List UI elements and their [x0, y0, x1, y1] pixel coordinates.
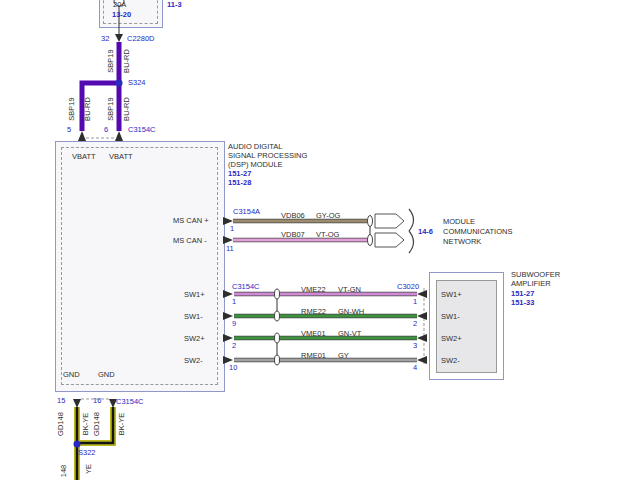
circuit-label: RME01 — [301, 351, 326, 360]
fuse-rating: 20A — [113, 0, 126, 9]
amp-title-line: SUBWOOFER — [511, 270, 560, 279]
connector-c3154a: C3154A — [233, 207, 260, 216]
module-title-line: AUDIO DIGITAL — [228, 142, 282, 151]
pin-arrow-mscan-minus — [223, 236, 233, 244]
splice-s322-dot — [74, 441, 81, 448]
pin-arrow-amp-1 — [417, 290, 427, 298]
pin-arrow-amp-4 — [417, 356, 427, 364]
amp-title-line: AMPLIFIER — [511, 279, 551, 288]
module-title-line: SIGNAL PROCESSING — [228, 151, 307, 160]
pin-arrow-gnd-15 — [73, 399, 81, 408]
connector-c3154c-gnd: C3154C — [116, 397, 144, 406]
network-brace — [409, 209, 414, 253]
splice-s324-dot — [116, 80, 123, 87]
pin-number: 3 — [413, 341, 417, 350]
circuit-label: RME22 — [301, 307, 326, 316]
circuit-label: SBP19 — [106, 44, 116, 78]
twist-ring — [275, 311, 280, 321]
module-pin-vbatt: VBATT — [109, 152, 133, 161]
pin-number: 2 — [232, 341, 236, 350]
wire-color-label: GY — [338, 351, 349, 360]
amp-pin-sw: SW2- — [441, 356, 460, 365]
pin-number-6: 6 — [104, 125, 108, 134]
pin-number: 4 — [413, 363, 417, 372]
circuit-label: VDB06 — [281, 211, 305, 220]
wire-color-label: GY-OG — [316, 211, 340, 220]
amp-pin-sw: SW2+ — [441, 334, 462, 343]
module-pin-gnd: GND — [98, 370, 115, 379]
pin-number-5: 5 — [67, 125, 71, 134]
wire-color-label: BU-RD — [122, 44, 132, 78]
module-pin-vbatt: VBATT — [72, 152, 96, 161]
wire-color-label: VT-GN — [338, 285, 361, 294]
pin-number: 2 — [413, 319, 417, 328]
wire-color-label: BK-YE — [81, 407, 91, 441]
module-pin-sw: SW1+ — [184, 290, 205, 299]
wire-color-label: BU-RD — [83, 92, 93, 126]
connector-c3020: C3020 — [397, 282, 419, 291]
module-pin-sw: SW2+ — [184, 334, 205, 343]
splice-s324: S324 — [128, 78, 146, 87]
pin-number-32: 32 — [101, 34, 109, 43]
network-connector-symbol — [375, 233, 404, 247]
fuse-ref: 13-20 — [112, 10, 131, 19]
twist-ring — [368, 216, 373, 227]
pin-number: 9 — [232, 319, 236, 328]
wiring-diagram: 20A 13-20 11-3 32 C2280D SBP19 BU-RD S32… — [0, 0, 640, 480]
module-pin-mscan-plus: MS CAN + — [173, 216, 209, 225]
twist-ring — [368, 235, 373, 246]
fuse-page-ref: 11-3 — [167, 0, 182, 9]
pin-number-15: 15 — [57, 396, 65, 405]
circuit-label: SBP19 — [106, 92, 116, 126]
network-connector-symbol — [375, 214, 404, 228]
twist-ring — [275, 333, 280, 343]
circuit-label: VME22 — [301, 285, 326, 294]
pin-arrow-c2280d — [115, 34, 123, 42]
module-pin-sw: SW1- — [184, 312, 203, 321]
wire-color-label: GN-VT — [338, 329, 361, 338]
circuit-label: SBP19 — [67, 92, 77, 126]
wire-color-label: GN-WH — [338, 307, 364, 316]
module-pin-mscan-minus: MS CAN - — [173, 236, 207, 245]
pin-arrow-amp-2 — [417, 312, 427, 320]
network-label-line: COMMUNICATIONS — [443, 227, 512, 236]
pin-arrow-vbatt-6 — [115, 131, 123, 141]
circuit-label: GD148 — [92, 407, 102, 441]
wire-color-label-cut: YE — [84, 452, 94, 480]
circuit-label: VME01 — [301, 329, 326, 338]
module-pin-gnd: GND — [63, 370, 80, 379]
amp-pin-sw: SW1+ — [441, 290, 462, 299]
pin-number: 10 — [229, 363, 237, 372]
connector-c2280d: C2280D — [127, 34, 155, 43]
network-label-line: NETWORK — [443, 237, 481, 246]
amp-page-ref: 151-33 — [511, 298, 534, 307]
wire-color-label: BK-YE — [117, 407, 127, 441]
connector-c3154c-sw: C3154C — [232, 282, 260, 291]
pin-arrow-amp-3 — [417, 334, 427, 342]
circuit-label: VDB07 — [281, 230, 305, 239]
pin-number: 1 — [230, 224, 234, 233]
pin-number-16: 16 — [93, 396, 101, 405]
module-pin-sw: SW2- — [184, 356, 203, 365]
module-page-ref: 151-27 — [228, 169, 251, 178]
wire-color-label: VT-OG — [316, 230, 339, 239]
pin-number: 1 — [413, 297, 417, 306]
circuit-label-cut: 148 — [59, 454, 69, 480]
pin-number: 11 — [226, 244, 234, 253]
module-page-ref: 151-28 — [228, 178, 251, 187]
network-page-ref: 14-6 — [418, 227, 433, 236]
connector-c3154c-top: C3154C — [128, 125, 156, 134]
circuit-label: GD148 — [56, 407, 66, 441]
pin-number: 1 — [232, 297, 236, 306]
amp-pin-sw: SW1- — [441, 312, 460, 321]
network-label-line: MODULE — [443, 217, 475, 226]
twist-ring — [275, 289, 280, 299]
wire-color-label: BU-RD — [122, 92, 132, 126]
amp-page-ref: 151-27 — [511, 289, 534, 298]
pin-arrow-vbatt-5 — [78, 131, 86, 141]
twist-ring — [275, 355, 280, 365]
module-title-line: (DSP) MODULE — [228, 160, 283, 169]
